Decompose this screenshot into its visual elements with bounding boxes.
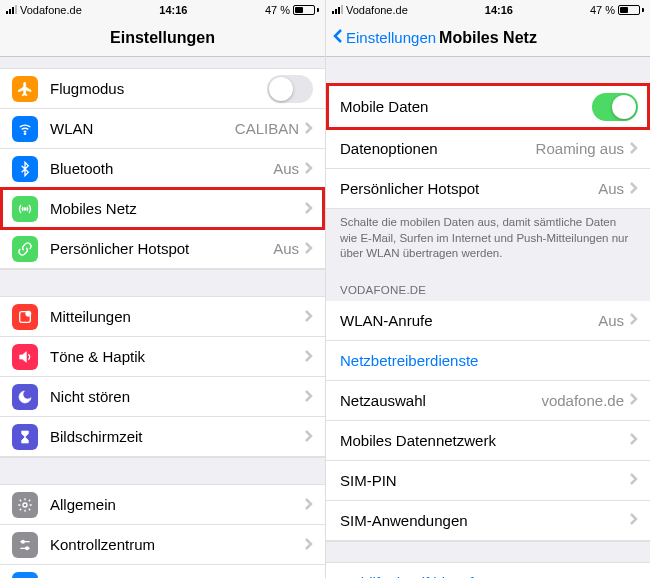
row-control-center[interactable]: Kontrollzentrum — [0, 525, 325, 565]
sliders-icon — [12, 532, 38, 558]
row-network-selection[interactable]: Netzauswahl vodafone.de — [326, 381, 650, 421]
chevron-right-icon — [305, 160, 313, 178]
row-hotspot[interactable]: Persönlicher Hotspot Aus — [326, 169, 650, 209]
page-title: Mobiles Netz — [439, 29, 537, 47]
chevron-right-icon — [630, 391, 638, 409]
settings-screen: Vodafone.de 14:16 47 % Einstellungen Flu… — [0, 0, 325, 578]
row-dnd[interactable]: Nicht stören — [0, 377, 325, 417]
row-label: WLAN — [50, 120, 235, 137]
row-detail: Aus — [273, 240, 299, 257]
row-sim-apps[interactable]: SIM-Anwendungen — [326, 501, 650, 541]
chevron-right-icon — [630, 431, 638, 449]
carrier-label: Vodafone.de — [20, 4, 82, 16]
row-detail: Aus — [598, 312, 624, 329]
svg-point-6 — [22, 540, 25, 543]
signal-icon — [6, 5, 17, 14]
row-detail: Aus — [598, 180, 624, 197]
carrier-label: Vodafone.de — [346, 4, 408, 16]
row-label: SIM-PIN — [340, 472, 630, 489]
antenna-icon — [12, 196, 38, 222]
nav-bar: Einstellungen — [0, 19, 325, 57]
row-sounds[interactable]: Töne & Haptik — [0, 337, 325, 377]
chevron-right-icon — [305, 428, 313, 446]
svg-point-3 — [26, 311, 31, 316]
moon-icon — [12, 384, 38, 410]
row-label: Mobiles Datennetzwerk — [340, 432, 630, 449]
row-cellular[interactable]: Mobiles Netz — [0, 189, 325, 229]
chevron-right-icon — [305, 120, 313, 138]
row-wlan[interactable]: WLAN CALIBAN — [0, 109, 325, 149]
row-display[interactable]: AA Anzeige & Helligkeit — [0, 565, 325, 578]
row-data-options[interactable]: Datenoptionen Roaming aus — [326, 129, 650, 169]
row-label: Netzauswahl — [340, 392, 541, 409]
row-detail: Roaming aus — [536, 140, 624, 157]
row-label: Nicht stören — [50, 388, 305, 405]
section-footer: Schalte die mobilen Daten aus, damit säm… — [326, 209, 650, 270]
row-label: Flugmodus — [50, 80, 267, 97]
chevron-right-icon — [630, 180, 638, 198]
chevron-right-icon — [305, 348, 313, 366]
chevron-right-icon — [630, 311, 638, 329]
airplane-toggle[interactable] — [267, 75, 313, 103]
svg-point-0 — [24, 133, 25, 134]
row-sim-pin[interactable]: SIM-PIN — [326, 461, 650, 501]
sound-icon — [12, 344, 38, 370]
airplane-icon — [12, 76, 38, 102]
bluetooth-icon — [12, 156, 38, 182]
row-label: SIM-Anwendungen — [340, 512, 630, 529]
row-mobile-data[interactable]: Mobile Daten — [326, 85, 650, 129]
chevron-right-icon — [630, 511, 638, 529]
row-airplane-mode[interactable]: Flugmodus — [0, 69, 325, 109]
row-screentime[interactable]: Bildschirmzeit — [0, 417, 325, 457]
hourglass-icon — [12, 424, 38, 450]
row-hotspot[interactable]: Persönlicher Hotspot Aus — [0, 229, 325, 269]
row-add-plan[interactable]: Mobilfunktarif hinzufügen — [326, 563, 650, 578]
clock: 14:16 — [485, 4, 513, 16]
row-bluetooth[interactable]: Bluetooth Aus — [0, 149, 325, 189]
row-detail: vodafone.de — [541, 392, 624, 409]
battery-icon — [618, 5, 644, 15]
battery-pct: 47 % — [265, 4, 290, 16]
row-label: Töne & Haptik — [50, 348, 305, 365]
row-carrier-services[interactable]: Netzbetreiberdienste — [326, 341, 650, 381]
chevron-right-icon — [305, 240, 313, 258]
status-bar: Vodafone.de 14:16 47 % — [326, 0, 650, 19]
chevron-right-icon — [630, 140, 638, 158]
row-label: Mitteilungen — [50, 308, 305, 325]
link-icon — [12, 236, 38, 262]
svg-point-1 — [24, 208, 26, 210]
text-size-icon: AA — [12, 572, 38, 578]
row-label: Netzbetreiberdienste — [340, 352, 638, 369]
battery-icon — [293, 5, 319, 15]
row-label: Mobiles Netz — [50, 200, 305, 217]
chevron-right-icon — [305, 536, 313, 554]
clock: 14:16 — [159, 4, 187, 16]
row-notifications[interactable]: Mitteilungen — [0, 297, 325, 337]
row-label: Kontrollzentrum — [50, 536, 305, 553]
row-mobile-data-network[interactable]: Mobiles Datennetzwerk — [326, 421, 650, 461]
chevron-right-icon — [630, 471, 638, 489]
svg-point-4 — [23, 503, 27, 507]
row-label: Bildschirmzeit — [50, 428, 305, 445]
row-wlan-calls[interactable]: WLAN-Anrufe Aus — [326, 301, 650, 341]
cellular-screen: Vodafone.de 14:16 47 % Einstellungen Mob… — [325, 0, 650, 578]
signal-icon — [332, 5, 343, 14]
chevron-left-icon — [332, 28, 344, 47]
notifications-icon — [12, 304, 38, 330]
back-label: Einstellungen — [346, 29, 436, 46]
chevron-right-icon — [305, 496, 313, 514]
row-label: Bluetooth — [50, 160, 273, 177]
mobile-data-toggle[interactable] — [592, 93, 638, 121]
back-button[interactable]: Einstellungen — [332, 28, 436, 47]
battery-pct: 47 % — [590, 4, 615, 16]
row-label: Mobile Daten — [340, 98, 592, 115]
wifi-icon — [12, 116, 38, 142]
row-general[interactable]: Allgemein — [0, 485, 325, 525]
chevron-right-icon — [305, 388, 313, 406]
chevron-right-icon — [305, 308, 313, 326]
row-detail: Aus — [273, 160, 299, 177]
row-label: Allgemein — [50, 496, 305, 513]
row-detail: CALIBAN — [235, 120, 299, 137]
row-label: Mobilfunktarif hinzufügen — [340, 574, 638, 578]
gear-icon — [12, 492, 38, 518]
